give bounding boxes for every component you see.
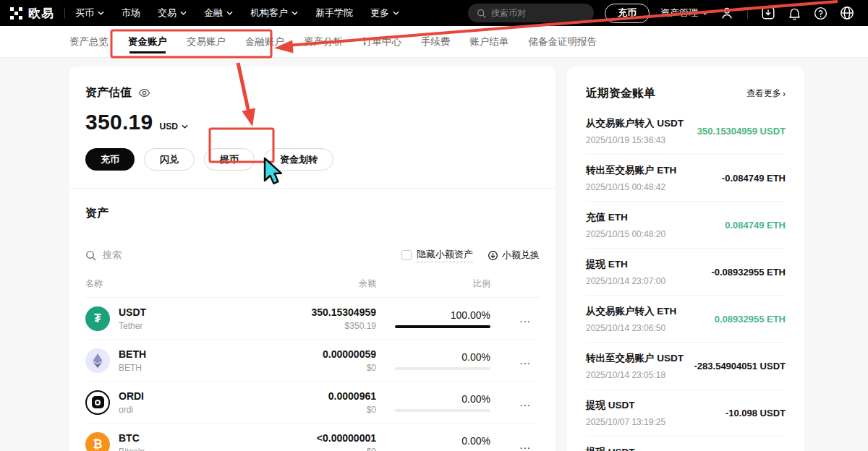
- deposit-button-top[interactable]: 充币: [605, 4, 650, 23]
- row-more-menu[interactable]: ...: [490, 354, 540, 366]
- list-item[interactable]: 从交易账户转入 ETH2025/10/14 23:06:50 0.0893295…: [586, 296, 786, 343]
- beth-icon: [85, 348, 110, 373]
- tab-asset-analysis[interactable]: 资产分析: [304, 26, 343, 58]
- list-item[interactable]: 转出至交易账户 ETH2025/10/15 00:48:42 -0.084749…: [586, 155, 786, 202]
- table-row[interactable]: ₿ BTCBitcoin <0.00000001$0 0.00% ...: [85, 424, 540, 451]
- list-item[interactable]: 充值 ETH2025/10/15 00:48:20 0.084749 ETH: [586, 202, 786, 249]
- menu-academy[interactable]: 新手学院: [315, 7, 353, 20]
- account-sub-navigation: 资产总览 资金账户 交易账户 金融账户 资产分析 订单中心 手续费 账户结单 储…: [0, 26, 868, 58]
- list-item[interactable]: 提现 USDT2025/10/07 11:57:24 -10 USDT: [586, 437, 786, 451]
- bitcoin-icon: ₿: [85, 432, 110, 451]
- tx-amount: -0.08932955 ETH: [711, 267, 786, 278]
- asset-name: ordi: [119, 405, 144, 415]
- ratio-bar: [395, 409, 490, 412]
- tab-account-statement[interactable]: 账户结单: [470, 26, 509, 58]
- hide-small-assets-toggle[interactable]: 隐藏小额资产: [401, 248, 473, 262]
- tab-proof-of-reserves[interactable]: 储备金证明报告: [529, 26, 597, 58]
- list-item[interactable]: 转出至交易账户 USDT2025/10/14 23:05:18 -283.549…: [586, 343, 786, 390]
- total-valuation-amount: 350.19: [85, 110, 153, 134]
- table-row[interactable]: BETHBETH 0.00000059$0 0.00% ...: [85, 340, 540, 382]
- hide-small-assets-checkbox[interactable]: [401, 250, 412, 260]
- okx-logo-icon: [10, 7, 22, 20]
- main-menu: 买币 市场 交易 金融 机构客户 新手学院 更多: [75, 7, 399, 20]
- withdraw-button[interactable]: 提币: [204, 148, 255, 171]
- table-row[interactable]: ₮ USDTTether 350.15304959$350.19 100.00%…: [85, 298, 540, 340]
- top-right-actions: 搜索币对 充币 资产管理: [468, 4, 855, 23]
- view-more-link[interactable]: 查看更多›: [746, 87, 786, 100]
- asset-management-menu[interactable]: 资产管理: [660, 7, 708, 20]
- ratio-bar: [395, 367, 490, 370]
- menu-more[interactable]: 更多: [370, 7, 399, 20]
- tab-funding-account[interactable]: 资金账户: [128, 26, 167, 58]
- asset-balance: 0.0000961: [268, 390, 376, 402]
- list-item[interactable]: 提现 ETH2025/10/14 23:07:00 -0.08932955 ET…: [586, 249, 786, 296]
- asset-name: BETH: [119, 363, 146, 373]
- menu-markets[interactable]: 市场: [122, 7, 140, 20]
- asset-symbol: ORDI: [119, 390, 144, 402]
- asset-ratio: 0.00%: [461, 393, 490, 405]
- menu-institutional[interactable]: 机构客户: [250, 7, 298, 20]
- column-balance: 余额: [268, 278, 376, 290]
- tx-title: 提现 USDT: [586, 446, 665, 451]
- tab-fees[interactable]: 手续费: [421, 26, 451, 58]
- eye-visibility-icon[interactable]: [138, 88, 150, 98]
- menu-finance[interactable]: 金融: [204, 7, 233, 20]
- help-icon[interactable]: [813, 6, 828, 21]
- language-globe-icon[interactable]: [839, 5, 855, 21]
- ordi-icon: [85, 390, 110, 415]
- asset-fiat-value: $0: [268, 363, 376, 373]
- asset-balance: 350.15304959: [268, 306, 376, 318]
- chevron-down-icon: [182, 124, 188, 129]
- notifications-bell-icon[interactable]: [787, 6, 802, 21]
- tab-finance-account[interactable]: 金融账户: [245, 26, 284, 58]
- tx-amount: 0.08932955 ETH: [715, 314, 786, 325]
- asset-ratio: 100.00%: [451, 309, 490, 321]
- user-profile-icon[interactable]: [719, 5, 735, 21]
- row-more-menu[interactable]: ...: [490, 396, 540, 408]
- tx-title: 提现 USDT: [586, 399, 665, 412]
- chevron-down-icon: [180, 11, 187, 15]
- download-app-icon[interactable]: [760, 5, 776, 21]
- tx-title: 充值 ETH: [586, 211, 665, 224]
- menu-trade[interactable]: 交易: [158, 7, 187, 20]
- top-navigation-bar: 欧易 买币 市场 交易 金融 机构客户 新手学院 更多 搜索币对 充币 资产管理: [0, 0, 868, 26]
- tab-order-center[interactable]: 订单中心: [362, 26, 401, 58]
- asset-ratio: 0.00%: [461, 351, 490, 363]
- chevron-down-icon: [226, 11, 233, 15]
- menu-buy-crypto[interactable]: 买币: [75, 7, 104, 20]
- tab-trading-account[interactable]: 交易账户: [187, 26, 226, 58]
- tab-asset-overview[interactable]: 资产总览: [69, 26, 109, 58]
- table-row[interactable]: ORDIordi 0.0000961$0 0.00% ...: [85, 382, 540, 424]
- assets-table-header: 名称 余额 比例: [85, 278, 540, 298]
- recent-bills-title: 近期资金账单: [586, 86, 655, 101]
- tx-time: 2025/10/15 00:48:42: [586, 182, 676, 192]
- small-assets-convert-button[interactable]: 小额兑换: [488, 249, 540, 262]
- asset-symbol: BETH: [119, 348, 146, 360]
- nav-divider: [64, 8, 65, 19]
- list-item[interactable]: 从交易账户转入 USDT2025/10/19 15:36:43 350.1530…: [586, 108, 786, 155]
- assets-section-title: 资产: [85, 206, 540, 221]
- list-item[interactable]: 提现 USDT2025/10/07 13:19:25 -10.098 USDT: [586, 390, 786, 437]
- valuation-title: 资产估值: [85, 85, 132, 100]
- row-more-menu[interactable]: ...: [490, 312, 540, 325]
- chevron-down-icon: [702, 11, 708, 15]
- search-icon: [477, 9, 486, 18]
- convert-button[interactable]: 闪兑: [144, 148, 195, 171]
- asset-search-placeholder: 搜索: [103, 249, 122, 262]
- asset-search-input[interactable]: 搜索: [85, 249, 122, 262]
- search-input[interactable]: 搜索币对: [468, 4, 594, 22]
- asset-symbol: USDT: [119, 306, 146, 318]
- chevron-down-icon: [393, 11, 399, 15]
- okx-logo[interactable]: 欧易: [10, 5, 54, 22]
- asset-name: Tether: [119, 321, 146, 331]
- recent-funding-bills-panel: 近期资金账单 查看更多› 从交易账户转入 USDT2025/10/19 15:3…: [567, 66, 804, 451]
- valuation-currency-selector[interactable]: USD: [160, 121, 188, 132]
- tx-title: 提现 ETH: [586, 258, 665, 271]
- tx-amount: -10.098 USDT: [726, 408, 786, 418]
- row-more-menu[interactable]: ...: [490, 439, 540, 451]
- convert-icon: [488, 250, 498, 261]
- deposit-button[interactable]: 充币: [85, 148, 135, 171]
- transfer-button[interactable]: 资金划转: [264, 148, 333, 171]
- asset-fiat-value: $0: [268, 405, 376, 415]
- tx-title: 转出至交易账户 USDT: [586, 352, 684, 365]
